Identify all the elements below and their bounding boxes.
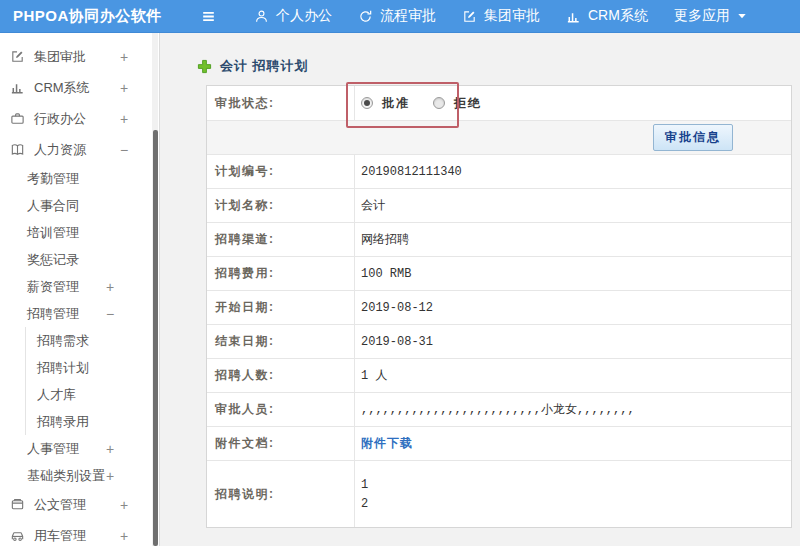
field-label: 开始日期:	[207, 291, 355, 324]
field-value: 2019-08-31	[355, 325, 791, 358]
status-radio-1[interactable]	[361, 97, 373, 109]
field-label: 计划编号:	[207, 155, 355, 188]
field-label: 招聘渠道:	[207, 223, 355, 256]
field-row-6: 结束日期:2019-08-31	[207, 325, 791, 359]
sidebar-item-10[interactable]: 招聘管理−	[0, 300, 159, 327]
sidebar-item-label: 集团审批	[34, 48, 86, 66]
expand-toggle-icon[interactable]: +	[120, 528, 128, 544]
nav-item-5[interactable]: 更多应用	[661, 0, 760, 33]
field-value: 网络招聘	[355, 223, 791, 256]
caret-down-icon	[737, 11, 747, 21]
nav-item-label: 流程审批	[380, 7, 436, 25]
nav-item-label: 个人办公	[276, 7, 332, 25]
sidebar-item-1[interactable]: 集团审批+	[0, 41, 159, 72]
sidebar-item-7[interactable]: 培训管理	[0, 219, 159, 246]
sidebar-item-13[interactable]: 人才库	[0, 381, 159, 408]
attachment-download-link[interactable]: 附件下载	[361, 435, 413, 452]
green-plus-icon	[197, 59, 212, 74]
briefcase-icon	[10, 111, 25, 126]
approve-info-button[interactable]: 审批信息	[653, 124, 733, 151]
sidebar-item-18[interactable]: 用车管理+	[0, 520, 159, 546]
field-value-line: 1	[361, 478, 368, 492]
expand-toggle-icon[interactable]: +	[120, 80, 128, 96]
expand-toggle-icon[interactable]: +	[106, 468, 114, 484]
sidebar-item-label: 行政办公	[34, 110, 86, 128]
car-icon	[10, 528, 25, 543]
field-row-8: 审批人员:,,,,,,,,,,,,,,,,,,,,,,,,,小龙女,,,,,,,…	[207, 393, 791, 427]
expand-toggle-icon[interactable]: +	[120, 111, 128, 127]
field-rows: 计划编号:20190812111340计划名称:会计招聘渠道:网络招聘招聘费用:…	[207, 155, 791, 527]
nav-item-1[interactable]: 个人办公	[241, 0, 345, 33]
bar-chart-icon	[10, 80, 25, 95]
nav-item-2[interactable]: 流程审批	[345, 0, 449, 33]
nav-item-label: CRM系统	[588, 7, 648, 25]
expand-toggle-icon[interactable]: −	[120, 142, 128, 158]
field-value: 100 RMB	[355, 257, 791, 290]
sidebar-item-label: 人力资源	[34, 141, 86, 159]
sidebar-item-15[interactable]: 人事管理+	[0, 435, 159, 462]
sidebar-item-14[interactable]: 招聘录用	[0, 408, 159, 435]
field-label: 结束日期:	[207, 325, 355, 358]
expand-toggle-icon[interactable]: +	[106, 279, 114, 295]
nav-item-label: 更多应用	[674, 7, 730, 25]
sidebar-scrollbar[interactable]	[152, 33, 158, 546]
sidebar-item-5[interactable]: 考勤管理	[0, 165, 159, 192]
sidebar-item-12[interactable]: 招聘计划	[0, 354, 159, 381]
field-row-3: 招聘渠道:网络招聘	[207, 223, 791, 257]
nav-item-3[interactable]: 集团审批	[449, 0, 553, 33]
status-radio-group: 批准拒绝	[355, 86, 791, 120]
field-row-7: 招聘人数:1 人	[207, 359, 791, 393]
sidebar-item-4[interactable]: 人力资源−	[0, 134, 159, 165]
sidebar-item-3[interactable]: 行政办公+	[0, 103, 159, 134]
hamburger-menu-icon[interactable]	[200, 8, 217, 25]
top-header: PHPOA协同办公软件 个人办公流程审批集团审批CRM系统更多应用	[0, 0, 800, 33]
sidebar-item-11[interactable]: 招聘需求	[0, 327, 159, 354]
expand-toggle-icon[interactable]: +	[120, 49, 128, 65]
sidebar-scrollbar-thumb[interactable]	[153, 130, 158, 546]
sidebar-item-2[interactable]: CRM系统+	[0, 72, 159, 103]
field-row-1: 计划编号:20190812111340	[207, 155, 791, 189]
main-content: 会计 招聘计划 审批状态: 批准拒绝 审批信息 计划编号:20190812111…	[160, 33, 800, 546]
status-radio-2[interactable]	[433, 97, 445, 109]
nav-item-label: 集团审批	[484, 7, 540, 25]
field-label: 计划名称:	[207, 189, 355, 222]
field-value: 1 人	[355, 359, 791, 392]
sidebar-item-label: 人才库	[37, 386, 76, 404]
field-value: 20190812111340	[355, 155, 791, 188]
sidebar-item-label: 招聘计划	[37, 359, 89, 377]
title-row: 会计 招聘计划	[197, 57, 309, 75]
sidebar-item-label: 奖惩记录	[27, 251, 79, 269]
field-value: ,,,,,,,,,,,,,,,,,,,,,,,,,小龙女,,,,,,,,	[355, 393, 791, 426]
sidebar-item-label: CRM系统	[34, 79, 90, 97]
sidebar-item-label: 公文管理	[34, 496, 86, 514]
sidebar-item-9[interactable]: 薪资管理+	[0, 273, 159, 300]
field-label: 附件文档:	[207, 427, 355, 460]
sidebar-item-17[interactable]: 公文管理+	[0, 489, 159, 520]
sidebar-item-label: 薪资管理	[27, 278, 79, 296]
expand-toggle-icon[interactable]: −	[106, 306, 114, 322]
doc-icon	[10, 497, 25, 512]
sidebar-item-label: 用车管理	[34, 527, 86, 545]
status-radio-label-2: 拒绝	[454, 95, 482, 112]
sidebar-item-16[interactable]: 基础类别设置+	[0, 462, 159, 489]
person-icon	[254, 9, 269, 24]
edit-square-icon	[10, 49, 25, 64]
sidebar-item-8[interactable]: 奖惩记录	[0, 246, 159, 273]
app-logo: PHPOA协同办公软件	[0, 7, 172, 26]
sidebar-items: 集团审批+CRM系统+行政办公+人力资源−考勤管理人事合同培训管理奖惩记录薪资管…	[0, 41, 159, 546]
bar-chart-icon	[566, 9, 581, 24]
sidebar-item-label: 培训管理	[27, 224, 79, 242]
field-value: 会计	[355, 189, 791, 222]
field-value: 12	[355, 461, 791, 527]
sidebar-item-label: 招聘管理	[27, 305, 79, 323]
field-row-10: 招聘说明:12	[207, 461, 791, 527]
sidebar-item-6[interactable]: 人事合同	[0, 192, 159, 219]
expand-toggle-icon[interactable]: +	[120, 497, 128, 513]
field-value-line: 2	[361, 497, 368, 511]
expand-toggle-icon[interactable]: +	[106, 441, 114, 457]
field-row-5: 开始日期:2019-08-12	[207, 291, 791, 325]
page-title: 会计 招聘计划	[220, 57, 309, 75]
nav-item-4[interactable]: CRM系统	[553, 0, 661, 33]
edit-square-icon	[462, 9, 477, 24]
field-label: 招聘说明:	[207, 461, 355, 527]
